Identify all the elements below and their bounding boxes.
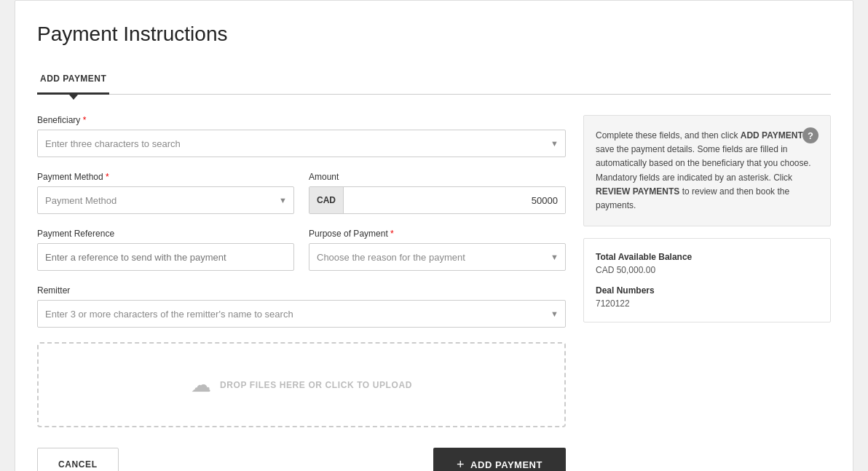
payment-method-select-wrapper: Payment Method ▼ bbox=[37, 186, 294, 214]
payment-method-field-group: Payment Method * Payment Method ▼ bbox=[37, 172, 294, 214]
page-title: Payment Instructions bbox=[37, 23, 831, 46]
balance-value: CAD 50,000.00 bbox=[596, 265, 818, 275]
amount-input[interactable] bbox=[344, 187, 565, 213]
purpose-select[interactable]: Choose the reason for the payment bbox=[309, 243, 566, 271]
beneficiary-select-wrapper: Enter three characters to search ▼ bbox=[37, 130, 566, 157]
remitter-field-group: Remitter Enter 3 or more characters of t… bbox=[37, 285, 566, 328]
remitter-label: Remitter bbox=[37, 285, 566, 296]
purpose-label: Purpose of Payment * bbox=[309, 229, 566, 239]
page-container: Payment Instructions ADD PAYMENT Benefic… bbox=[15, 0, 853, 471]
info-box-text: Complete these fields, and then click AD… bbox=[596, 129, 818, 213]
payment-reference-input[interactable] bbox=[37, 243, 294, 271]
balance-box: Total Available Balance CAD 50,000.00 De… bbox=[583, 238, 831, 322]
payment-method-amount-row: Payment Method * Payment Method ▼ Amount… bbox=[37, 172, 566, 229]
amount-currency-label: CAD bbox=[309, 187, 344, 213]
form-section: Beneficiary * Enter three characters to … bbox=[37, 115, 566, 471]
deal-numbers-value: 7120122 bbox=[596, 298, 818, 309]
upload-area[interactable]: ☁ DROP FILES HERE OR CLICK TO UPLOAD bbox=[37, 342, 566, 427]
cancel-button[interactable]: CANCEL bbox=[37, 448, 119, 471]
sidebar-section: Complete these fields, and then click AD… bbox=[583, 115, 831, 471]
amount-label: Amount bbox=[309, 172, 566, 182]
upload-cloud-icon: ☁ bbox=[191, 373, 211, 397]
purpose-select-wrapper: Choose the reason for the payment ▼ bbox=[309, 243, 566, 271]
help-icon[interactable]: ? bbox=[802, 127, 818, 143]
add-payment-label: ADD PAYMENT bbox=[470, 459, 542, 470]
beneficiary-field-group: Beneficiary * Enter three characters to … bbox=[37, 115, 566, 157]
beneficiary-required-star: * bbox=[83, 115, 87, 125]
beneficiary-label: Beneficiary * bbox=[37, 115, 566, 125]
amount-field-group: Amount CAD bbox=[309, 172, 566, 214]
add-payment-button[interactable]: + ADD PAYMENT bbox=[433, 448, 566, 471]
tabs-bar: ADD PAYMENT bbox=[37, 66, 831, 95]
add-payment-plus-icon: + bbox=[457, 457, 465, 472]
purpose-field-group: Purpose of Payment * Choose the reason f… bbox=[309, 229, 566, 271]
purpose-required-star: * bbox=[390, 229, 394, 239]
remitter-select-wrapper: Enter 3 or more characters of the remitt… bbox=[37, 300, 566, 328]
deal-numbers-label: Deal Numbers bbox=[596, 285, 818, 296]
payment-method-select[interactable]: Payment Method bbox=[37, 186, 294, 214]
tab-add-payment[interactable]: ADD PAYMENT bbox=[37, 66, 109, 95]
payment-method-required-star: * bbox=[106, 172, 109, 182]
payment-method-label: Payment Method * bbox=[37, 172, 294, 182]
amount-wrapper: CAD bbox=[309, 186, 566, 214]
beneficiary-select[interactable]: Enter three characters to search bbox=[37, 130, 566, 157]
reference-purpose-row: Payment Reference Purpose of Payment * C… bbox=[37, 229, 566, 285]
main-layout: Beneficiary * Enter three characters to … bbox=[37, 115, 831, 471]
remitter-select[interactable]: Enter 3 or more characters of the remitt… bbox=[37, 300, 566, 328]
payment-reference-label: Payment Reference bbox=[37, 229, 294, 239]
info-box: Complete these fields, and then click AD… bbox=[583, 115, 831, 226]
upload-text: DROP FILES HERE OR CLICK TO UPLOAD bbox=[220, 380, 412, 390]
button-row: CANCEL + ADD PAYMENT bbox=[37, 448, 566, 471]
payment-reference-field-group: Payment Reference bbox=[37, 229, 294, 271]
balance-label: Total Available Balance bbox=[596, 252, 818, 262]
